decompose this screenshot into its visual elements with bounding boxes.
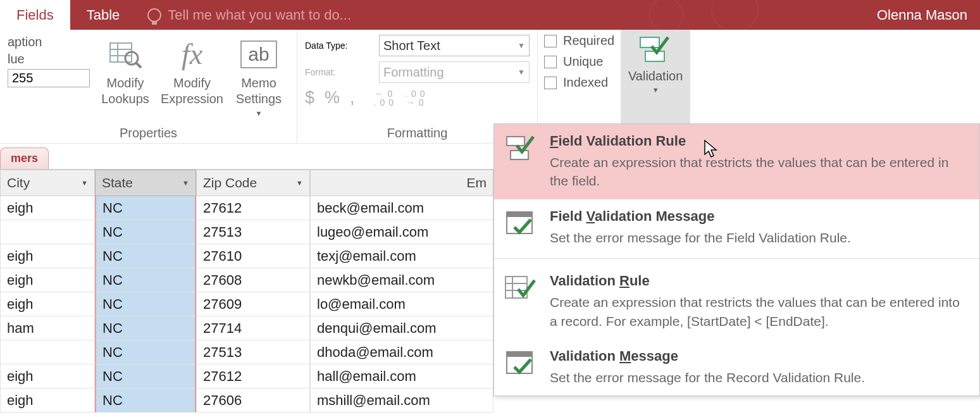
cell-email[interactable]: lo@email.com: [310, 292, 493, 316]
cell-city[interactable]: [0, 220, 95, 244]
svg-line-5: [136, 63, 141, 68]
cell-email[interactable]: texj@email.com: [310, 244, 493, 268]
modify-expression-button[interactable]: fx Modify Expression: [161, 35, 223, 122]
chevron-down-icon: ▼: [182, 179, 189, 187]
format-label: Format:: [305, 67, 374, 77]
cell-email[interactable]: dhoda@email.com: [310, 340, 493, 364]
record-validation-rule-icon: [503, 273, 538, 304]
cell-city[interactable]: eigh: [0, 196, 95, 220]
currency-button[interactable]: $: [305, 88, 318, 108]
modify-lookups-button[interactable]: Modify Lookups: [95, 35, 156, 122]
record-validation-message-desc: Set the error message for the Record Val…: [550, 368, 865, 387]
column-header-state[interactable]: State▼: [95, 170, 196, 196]
required-checkbox[interactable]: Required: [544, 34, 614, 48]
field-validation-message-desc: Set the error message for the Field Vali…: [550, 228, 851, 247]
indexed-checkbox[interactable]: Indexed: [544, 75, 614, 90]
format-select[interactable]: Formatting ▼: [379, 61, 530, 83]
cell-city[interactable]: eigh: [0, 244, 95, 268]
datatype-label: Data Type:: [305, 40, 374, 51]
sheet-tab-customers[interactable]: mers: [0, 147, 49, 169]
column-header-city[interactable]: City▼: [0, 170, 95, 196]
cell-email[interactable]: denqui@email.com: [310, 316, 493, 340]
record-validation-message-icon: [503, 348, 538, 380]
memo-settings-button[interactable]: ab Memo Settings ▼: [228, 35, 289, 122]
svg-rect-7: [645, 51, 664, 61]
value-label: lue: [8, 52, 90, 66]
svg-rect-17: [507, 352, 532, 357]
lightbulb-icon: [147, 8, 161, 22]
cell-email[interactable]: hall@email.com: [310, 364, 493, 389]
svg-rect-11: [507, 212, 532, 217]
unique-label: Unique: [563, 54, 603, 69]
chevron-down-icon: ▼: [81, 179, 88, 187]
cell-email[interactable]: mshill@email.com: [310, 389, 493, 413]
indexed-label: Indexed: [563, 75, 608, 90]
comma-button[interactable]: ,: [350, 88, 359, 108]
validation-message-icon: [503, 208, 538, 240]
column-header-zip[interactable]: Zip Code▼: [196, 170, 310, 196]
lookup-icon: [105, 36, 146, 73]
cell-city[interactable]: eigh: [0, 292, 95, 316]
cell-state[interactable]: NC: [95, 340, 196, 364]
field-validation-message-item[interactable]: Field Validation Message Set the error m…: [494, 199, 979, 256]
cell-state[interactable]: NC: [95, 316, 196, 340]
cell-zip[interactable]: 27609: [196, 292, 310, 316]
svg-rect-9: [511, 151, 528, 159]
validation-dropdown: Field Validation Rule Create an expressi…: [493, 123, 980, 396]
cell-city[interactable]: eigh: [0, 389, 95, 413]
svg-rect-8: [507, 137, 524, 146]
percent-button[interactable]: %: [325, 88, 344, 108]
increase-decimals-button[interactable]: ←0.00: [374, 89, 397, 107]
decrease-decimals-button[interactable]: .00→0: [405, 89, 428, 107]
cursor-icon: [704, 139, 719, 160]
unique-checkbox[interactable]: Unique: [544, 54, 614, 69]
cell-zip[interactable]: 27513: [196, 220, 310, 244]
tell-me-search[interactable]: Tell me what you want to do...: [136, 7, 351, 23]
datatype-select[interactable]: Short Text ▼: [379, 35, 530, 56]
cell-email[interactable]: beck@email.com: [310, 196, 493, 220]
modify-expression-label: Modify Expression: [161, 75, 223, 107]
cell-city[interactable]: [0, 340, 95, 364]
cell-email[interactable]: lugeo@email.com: [310, 220, 493, 244]
cell-state[interactable]: NC: [95, 268, 196, 292]
field-size-input[interactable]: [8, 69, 90, 87]
properties-group-label: Properties: [8, 122, 289, 140]
checkbox-icon: [544, 35, 557, 47]
chevron-down-icon: ▼: [518, 68, 525, 77]
cell-zip[interactable]: 27612: [196, 364, 310, 389]
cell-zip[interactable]: 27714: [196, 316, 310, 340]
column-header-email[interactable]: Em: [310, 170, 493, 196]
cell-state[interactable]: NC: [95, 364, 196, 389]
checkbox-icon: [544, 77, 557, 89]
validation-label: Validation: [628, 69, 683, 84]
cell-state[interactable]: NC: [95, 244, 196, 268]
cell-email[interactable]: newkb@email.com: [310, 268, 493, 292]
cell-state[interactable]: NC: [95, 292, 196, 316]
cell-zip[interactable]: 27606: [196, 389, 310, 413]
record-validation-message-item[interactable]: Validation Message Set the error message…: [494, 339, 979, 395]
tab-table[interactable]: Table: [70, 0, 137, 30]
field-validation-rule-desc: Create an expression that restricts the …: [550, 153, 965, 190]
svg-marker-18: [705, 140, 716, 157]
format-value: Formatting: [383, 65, 444, 80]
title-bar: Fields Table Tell me what you want to do…: [0, 0, 980, 30]
validation-icon: [636, 34, 674, 69]
cell-zip[interactable]: 27608: [196, 268, 310, 292]
record-validation-rule-item[interactable]: Validation Rule Create an expression tha…: [494, 258, 979, 339]
cell-city[interactable]: eigh: [0, 268, 95, 292]
cell-zip[interactable]: 27610: [196, 244, 310, 268]
user-name[interactable]: Olenna Mason: [877, 7, 967, 23]
tab-fields[interactable]: Fields: [0, 0, 70, 30]
cell-zip[interactable]: 27612: [196, 196, 310, 220]
cell-zip[interactable]: 27513: [196, 340, 310, 364]
modify-lookups-label: Modify Lookups: [101, 75, 149, 107]
cell-state[interactable]: NC: [95, 196, 196, 220]
chevron-down-icon: ▼: [256, 109, 263, 118]
field-validation-rule-item[interactable]: Field Validation Rule Create an expressi…: [494, 124, 979, 199]
cell-state[interactable]: NC: [95, 389, 196, 413]
cell-city[interactable]: eigh: [0, 364, 95, 389]
validation-rule-icon: [503, 133, 538, 165]
cell-city[interactable]: ham: [0, 316, 95, 340]
datatype-value: Short Text: [383, 39, 440, 53]
cell-state[interactable]: NC: [95, 220, 196, 244]
